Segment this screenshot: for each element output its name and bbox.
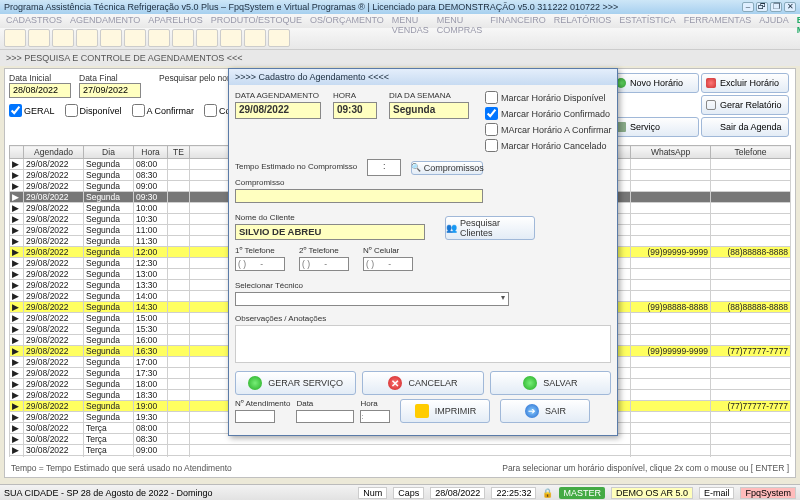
window-title-bar: Programa Assistência Técnica Refrigeraçã…	[0, 0, 800, 14]
status-date: 28/08/2022	[430, 487, 485, 499]
status-demo: DEMO OS AR 5.0	[611, 487, 693, 499]
menu-os[interactable]: OS/ORÇAMENTO	[310, 15, 384, 27]
sair-button[interactable]: ➔SAIR	[500, 399, 590, 423]
excluir-horario-button[interactable]: Excluir Horário	[701, 73, 789, 93]
sel-tecnico-select[interactable]	[235, 292, 509, 306]
dow-value: Segunda	[389, 102, 469, 119]
hora-input[interactable]: 09:30	[333, 102, 377, 119]
chk-confirmado[interactable]: Marcar Horário Confirmado	[485, 107, 612, 120]
nome-cliente-input[interactable]: SILVIO DE ABREU	[235, 224, 425, 240]
menu-compras[interactable]: MENU COMPRAS	[437, 15, 483, 27]
toolbar-icon[interactable]	[52, 29, 74, 47]
padlock-icon: 🔒	[542, 488, 553, 498]
salvar-button[interactable]: SALVAR	[490, 371, 611, 395]
menu-agendamento[interactable]: AGENDAMENTO	[70, 15, 140, 27]
minimize-icon[interactable]: –	[742, 2, 754, 12]
tempo-input[interactable]: :	[367, 159, 401, 176]
col-te[interactable]: TE	[168, 146, 190, 159]
table-row[interactable]: ▶30/08/2022Terça09:00	[10, 445, 791, 456]
toolbar-icon[interactable]	[244, 29, 266, 47]
compromissos-button[interactable]: Compromissos	[411, 161, 483, 175]
tel1-input[interactable]	[235, 257, 285, 271]
cel-input[interactable]	[363, 257, 413, 271]
toolbar-icon[interactable]	[220, 29, 242, 47]
toolbar-icon[interactable]	[172, 29, 194, 47]
toolbar-icon[interactable]	[268, 29, 290, 47]
menu-ajuda[interactable]: AJUDA	[759, 15, 789, 27]
footer-right: Para selecionar um horário disponível, c…	[502, 463, 789, 473]
status-time: 22:25:32	[491, 487, 536, 499]
menu-vendas[interactable]: MENU VENDAS	[392, 15, 429, 27]
col-handle	[10, 146, 24, 159]
maximize-icon[interactable]: ❐	[770, 2, 782, 12]
close-icon[interactable]: ✕	[784, 2, 796, 12]
toolbar-icon[interactable]	[148, 29, 170, 47]
pesquisar-clientes-button[interactable]: 👥 Pesquisar Clientes	[445, 216, 535, 240]
menu-produto[interactable]: PRODUTO/ESTOQUE	[211, 15, 302, 27]
col-dia[interactable]: Dia	[84, 146, 134, 159]
cancelar-button[interactable]: ✕CANCELAR	[362, 371, 483, 395]
toolbar-icon[interactable]	[196, 29, 218, 47]
check-icon	[523, 376, 537, 390]
compromisso-input[interactable]	[235, 189, 483, 203]
chk-cancelado[interactable]: Marcar Horário Cancelado	[485, 139, 612, 152]
people-icon: 👥	[446, 223, 457, 233]
toolbar-icon[interactable]	[124, 29, 146, 47]
tel1-label: 1º Telefone	[235, 246, 285, 255]
modal-title: >>>> Cadastro do Agendamento <<<<	[229, 69, 617, 85]
servico-button[interactable]: Serviço	[611, 117, 699, 137]
nome-cliente-label: Nome do Cliente	[235, 213, 425, 222]
n-data-input[interactable]	[296, 410, 354, 423]
novo-horario-button[interactable]: Novo Horário	[611, 73, 699, 93]
tel2-input[interactable]	[299, 257, 349, 271]
menu-estatistica[interactable]: ESTATÍSTICA	[619, 15, 676, 27]
compromisso-label: Compromisso	[235, 178, 611, 187]
check-aconfirmar[interactable]: A Confirmar	[132, 104, 195, 117]
menu-ferramentas[interactable]: FERRAMENTAS	[684, 15, 751, 27]
menu-aparelhos[interactable]: APARELHOS	[148, 15, 202, 27]
check-disponivel[interactable]: Disponível	[65, 104, 122, 117]
status-num: Num	[358, 487, 387, 499]
menu-financeiro[interactable]: FINANCEIRO	[490, 15, 546, 27]
status-caps: Caps	[393, 487, 424, 499]
status-bar: SUA CIDADE - SP 28 de Agosto de 2022 - D…	[0, 484, 800, 500]
status-email[interactable]: E-mail	[699, 487, 735, 499]
cadastro-agendamento-dialog: >>>> Cadastro do Agendamento <<<< DATA A…	[228, 68, 618, 436]
col-hora[interactable]: Hora	[134, 146, 168, 159]
n-hora-label: Hora	[360, 399, 390, 408]
obs-label: Observações / Anotações	[235, 314, 611, 323]
toolbar-icon[interactable]	[28, 29, 50, 47]
n-hora-input[interactable]	[360, 410, 390, 423]
delete-icon	[706, 78, 716, 88]
n-atend-input[interactable]	[235, 410, 275, 423]
table-row[interactable]: ▶30/08/2022Terça09:30	[10, 456, 791, 458]
n-atend-label: Nº Atendimento	[235, 399, 290, 408]
obs-textarea[interactable]	[235, 325, 611, 363]
hora-label: HORA	[333, 91, 377, 100]
menu-cadastros[interactable]: CADASTROS	[6, 15, 62, 27]
toolbar-icon[interactable]	[76, 29, 98, 47]
sel-tecnico-label: Selecionar Técnico	[235, 281, 611, 290]
date-initial-input[interactable]: 28/08/2022	[9, 83, 71, 98]
gerar-relatorio-button[interactable]: Gerar Relatório	[701, 95, 789, 115]
sair-agenda-button[interactable]: Sair da Agenda	[701, 117, 789, 137]
col-telefone[interactable]: Telefone	[711, 146, 791, 159]
imprimir-button[interactable]: IMPRIMIR	[400, 399, 490, 423]
gerar-servico-button[interactable]: GERAR SERVIÇO	[235, 371, 356, 395]
toolbar-icon[interactable]	[4, 29, 26, 47]
data-agend-label: DATA AGENDAMENTO	[235, 91, 321, 100]
date-final-input[interactable]: 27/09/2022	[79, 83, 141, 98]
window-title: Programa Assistência Técnica Refrigeraçã…	[4, 2, 618, 12]
col-agendado[interactable]: Agendado	[24, 146, 84, 159]
toolbar-icon[interactable]	[100, 29, 122, 47]
gear-icon	[248, 376, 262, 390]
report-icon	[706, 100, 716, 110]
chk-aconfirmar[interactable]: MArcar Horário A Confirmar	[485, 123, 612, 136]
chk-disponivel[interactable]: Marcar Horário Disponível	[485, 91, 612, 104]
data-agend-input[interactable]: 29/08/2022	[235, 102, 321, 119]
cancel-icon: ✕	[388, 376, 402, 390]
restore-icon[interactable]: 🗗	[756, 2, 768, 12]
menu-relatorios[interactable]: RELATÓRIOS	[554, 15, 611, 27]
check-geral[interactable]: GERAL	[9, 104, 55, 117]
col-whatsapp[interactable]: WhatsApp	[631, 146, 711, 159]
